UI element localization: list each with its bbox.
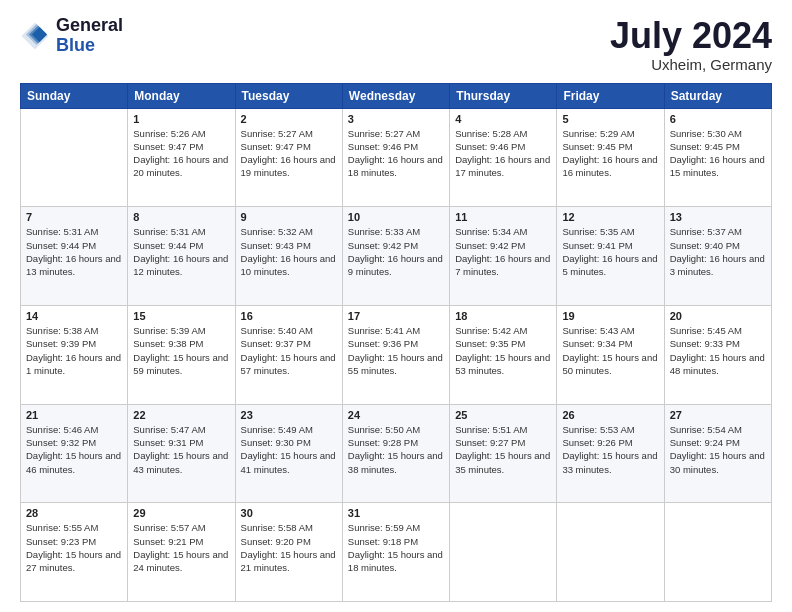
day-info: Sunrise: 5:30 AMSunset: 9:45 PMDaylight:… (670, 127, 766, 180)
day-number: 29 (133, 507, 229, 519)
day-cell: 12Sunrise: 5:35 AMSunset: 9:41 PMDayligh… (557, 207, 664, 306)
week-row-3: 14Sunrise: 5:38 AMSunset: 9:39 PMDayligh… (21, 305, 772, 404)
header-cell-friday: Friday (557, 83, 664, 108)
day-cell: 9Sunrise: 5:32 AMSunset: 9:43 PMDaylight… (235, 207, 342, 306)
day-number: 1 (133, 113, 229, 125)
day-number: 5 (562, 113, 658, 125)
day-info: Sunrise: 5:46 AMSunset: 9:32 PMDaylight:… (26, 423, 122, 476)
day-number: 13 (670, 211, 766, 223)
day-number: 18 (455, 310, 551, 322)
day-info: Sunrise: 5:35 AMSunset: 9:41 PMDaylight:… (562, 225, 658, 278)
day-info: Sunrise: 5:26 AMSunset: 9:47 PMDaylight:… (133, 127, 229, 180)
day-cell: 1Sunrise: 5:26 AMSunset: 9:47 PMDaylight… (128, 108, 235, 207)
header-cell-sunday: Sunday (21, 83, 128, 108)
header: General Blue July 2024 Uxheim, Germany (20, 16, 772, 73)
week-row-5: 28Sunrise: 5:55 AMSunset: 9:23 PMDayligh… (21, 503, 772, 602)
day-cell: 29Sunrise: 5:57 AMSunset: 9:21 PMDayligh… (128, 503, 235, 602)
day-info: Sunrise: 5:31 AMSunset: 9:44 PMDaylight:… (133, 225, 229, 278)
day-cell: 30Sunrise: 5:58 AMSunset: 9:20 PMDayligh… (235, 503, 342, 602)
day-number: 14 (26, 310, 122, 322)
week-row-4: 21Sunrise: 5:46 AMSunset: 9:32 PMDayligh… (21, 404, 772, 503)
day-number: 23 (241, 409, 337, 421)
day-cell: 4Sunrise: 5:28 AMSunset: 9:46 PMDaylight… (450, 108, 557, 207)
day-cell: 8Sunrise: 5:31 AMSunset: 9:44 PMDaylight… (128, 207, 235, 306)
day-info: Sunrise: 5:32 AMSunset: 9:43 PMDaylight:… (241, 225, 337, 278)
day-info: Sunrise: 5:28 AMSunset: 9:46 PMDaylight:… (455, 127, 551, 180)
day-info: Sunrise: 5:47 AMSunset: 9:31 PMDaylight:… (133, 423, 229, 476)
day-number: 15 (133, 310, 229, 322)
day-info: Sunrise: 5:43 AMSunset: 9:34 PMDaylight:… (562, 324, 658, 377)
day-cell: 24Sunrise: 5:50 AMSunset: 9:28 PMDayligh… (342, 404, 449, 503)
day-cell: 27Sunrise: 5:54 AMSunset: 9:24 PMDayligh… (664, 404, 771, 503)
day-info: Sunrise: 5:27 AMSunset: 9:47 PMDaylight:… (241, 127, 337, 180)
logo-icon (20, 21, 50, 51)
day-number: 20 (670, 310, 766, 322)
day-cell: 5Sunrise: 5:29 AMSunset: 9:45 PMDaylight… (557, 108, 664, 207)
day-number: 6 (670, 113, 766, 125)
week-row-2: 7Sunrise: 5:31 AMSunset: 9:44 PMDaylight… (21, 207, 772, 306)
day-cell: 28Sunrise: 5:55 AMSunset: 9:23 PMDayligh… (21, 503, 128, 602)
day-info: Sunrise: 5:59 AMSunset: 9:18 PMDaylight:… (348, 521, 444, 574)
day-number: 24 (348, 409, 444, 421)
main-title: July 2024 (610, 16, 772, 56)
day-number: 25 (455, 409, 551, 421)
logo-line2: Blue (56, 36, 123, 56)
day-number: 16 (241, 310, 337, 322)
day-info: Sunrise: 5:31 AMSunset: 9:44 PMDaylight:… (26, 225, 122, 278)
day-number: 2 (241, 113, 337, 125)
header-cell-monday: Monday (128, 83, 235, 108)
day-cell (664, 503, 771, 602)
day-info: Sunrise: 5:55 AMSunset: 9:23 PMDaylight:… (26, 521, 122, 574)
day-cell: 16Sunrise: 5:40 AMSunset: 9:37 PMDayligh… (235, 305, 342, 404)
day-info: Sunrise: 5:39 AMSunset: 9:38 PMDaylight:… (133, 324, 229, 377)
day-number: 19 (562, 310, 658, 322)
week-row-1: 1Sunrise: 5:26 AMSunset: 9:47 PMDaylight… (21, 108, 772, 207)
day-info: Sunrise: 5:50 AMSunset: 9:28 PMDaylight:… (348, 423, 444, 476)
header-cell-thursday: Thursday (450, 83, 557, 108)
day-number: 11 (455, 211, 551, 223)
day-cell: 3Sunrise: 5:27 AMSunset: 9:46 PMDaylight… (342, 108, 449, 207)
day-info: Sunrise: 5:34 AMSunset: 9:42 PMDaylight:… (455, 225, 551, 278)
day-number: 26 (562, 409, 658, 421)
day-number: 12 (562, 211, 658, 223)
day-cell: 19Sunrise: 5:43 AMSunset: 9:34 PMDayligh… (557, 305, 664, 404)
calendar-body: 1Sunrise: 5:26 AMSunset: 9:47 PMDaylight… (21, 108, 772, 601)
day-info: Sunrise: 5:41 AMSunset: 9:36 PMDaylight:… (348, 324, 444, 377)
calendar-table: SundayMondayTuesdayWednesdayThursdayFrid… (20, 83, 772, 602)
day-number: 4 (455, 113, 551, 125)
day-info: Sunrise: 5:49 AMSunset: 9:30 PMDaylight:… (241, 423, 337, 476)
day-info: Sunrise: 5:53 AMSunset: 9:26 PMDaylight:… (562, 423, 658, 476)
day-number: 8 (133, 211, 229, 223)
calendar-header: SundayMondayTuesdayWednesdayThursdayFrid… (21, 83, 772, 108)
day-number: 22 (133, 409, 229, 421)
day-info: Sunrise: 5:38 AMSunset: 9:39 PMDaylight:… (26, 324, 122, 377)
header-row: SundayMondayTuesdayWednesdayThursdayFrid… (21, 83, 772, 108)
day-cell: 20Sunrise: 5:45 AMSunset: 9:33 PMDayligh… (664, 305, 771, 404)
day-info: Sunrise: 5:54 AMSunset: 9:24 PMDaylight:… (670, 423, 766, 476)
day-cell: 7Sunrise: 5:31 AMSunset: 9:44 PMDaylight… (21, 207, 128, 306)
day-info: Sunrise: 5:37 AMSunset: 9:40 PMDaylight:… (670, 225, 766, 278)
day-cell: 23Sunrise: 5:49 AMSunset: 9:30 PMDayligh… (235, 404, 342, 503)
day-cell (450, 503, 557, 602)
logo: General Blue (20, 16, 123, 56)
day-info: Sunrise: 5:33 AMSunset: 9:42 PMDaylight:… (348, 225, 444, 278)
logo-line1: General (56, 16, 123, 36)
day-number: 7 (26, 211, 122, 223)
day-cell: 13Sunrise: 5:37 AMSunset: 9:40 PMDayligh… (664, 207, 771, 306)
day-number: 28 (26, 507, 122, 519)
header-cell-tuesday: Tuesday (235, 83, 342, 108)
day-cell: 17Sunrise: 5:41 AMSunset: 9:36 PMDayligh… (342, 305, 449, 404)
day-number: 10 (348, 211, 444, 223)
day-number: 9 (241, 211, 337, 223)
day-cell: 2Sunrise: 5:27 AMSunset: 9:47 PMDaylight… (235, 108, 342, 207)
day-cell: 18Sunrise: 5:42 AMSunset: 9:35 PMDayligh… (450, 305, 557, 404)
day-info: Sunrise: 5:45 AMSunset: 9:33 PMDaylight:… (670, 324, 766, 377)
logo-text: General Blue (56, 16, 123, 56)
day-cell (557, 503, 664, 602)
page: General Blue July 2024 Uxheim, Germany S… (0, 0, 792, 612)
day-info: Sunrise: 5:27 AMSunset: 9:46 PMDaylight:… (348, 127, 444, 180)
day-cell: 15Sunrise: 5:39 AMSunset: 9:38 PMDayligh… (128, 305, 235, 404)
day-number: 30 (241, 507, 337, 519)
day-cell: 14Sunrise: 5:38 AMSunset: 9:39 PMDayligh… (21, 305, 128, 404)
header-cell-saturday: Saturday (664, 83, 771, 108)
